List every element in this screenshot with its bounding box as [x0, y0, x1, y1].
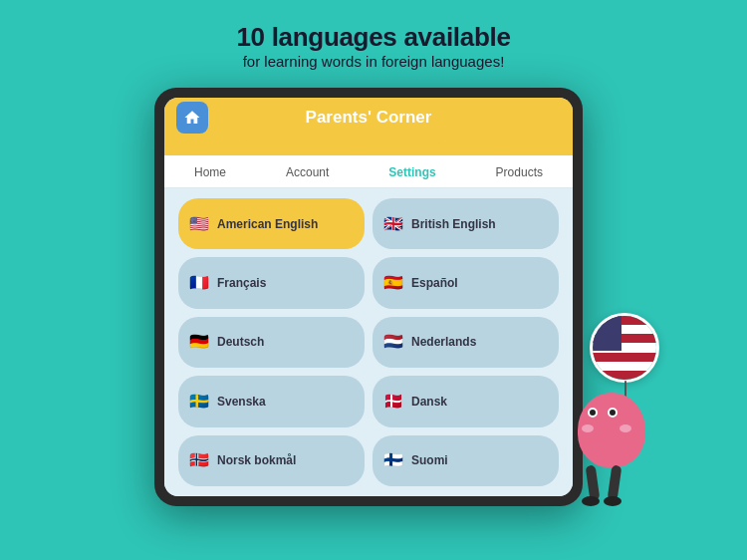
- language-grid: 🇺🇸American English🇬🇧British English🇫🇷Fra…: [164, 188, 573, 496]
- foot-left: [582, 496, 600, 506]
- page-header: 10 languages available for learning word…: [0, 0, 747, 80]
- top-bar: Parents' Corner: [164, 98, 573, 155]
- flag-icon-7: 🇩🇰: [382, 391, 404, 413]
- tablet-screen: Parents' Corner Home Account Settings Pr…: [164, 98, 573, 496]
- header-subtitle: for learning words in foreign languages!: [0, 53, 747, 70]
- flag-icon-6: 🇸🇪: [188, 391, 210, 413]
- lang-label-5: Nederlands: [411, 335, 476, 349]
- parents-corner-title: Parents' Corner: [306, 108, 432, 128]
- us-flag-balloon: [590, 313, 659, 383]
- leg-right: [608, 464, 622, 500]
- flag-icon-3: 🇪🇸: [382, 272, 404, 294]
- tab-account[interactable]: Account: [278, 163, 337, 181]
- cheek-right: [620, 424, 631, 432]
- lang-label-1: British English: [411, 217, 496, 231]
- flag-icon-1: 🇬🇧: [382, 213, 404, 235]
- lang-label-0: American English: [217, 217, 318, 231]
- flag-icon-5: 🇳🇱: [382, 331, 404, 353]
- flag-icon-4: 🇩🇪: [188, 331, 210, 353]
- flag-icon-9: 🇫🇮: [382, 449, 404, 471]
- character: [560, 313, 669, 512]
- leg-left: [586, 464, 601, 500]
- tablet-frame: Parents' Corner Home Account Settings Pr…: [154, 88, 583, 506]
- lang-label-9: Suomi: [411, 453, 448, 467]
- wavy-decoration: [176, 135, 561, 151]
- lang-label-2: Français: [217, 276, 266, 290]
- tab-home[interactable]: Home: [186, 163, 234, 181]
- home-icon: [183, 109, 201, 127]
- flag-icon-8: 🇳🇴: [188, 449, 210, 471]
- eye-left: [588, 408, 598, 418]
- flag-icon-2: 🇫🇷: [188, 272, 210, 294]
- lang-label-3: Español: [411, 276, 458, 290]
- lang-btn-nederlands[interactable]: 🇳🇱Nederlands: [373, 317, 559, 368]
- lang-label-4: Deutsch: [217, 335, 264, 349]
- header-title: 10 languages available: [0, 22, 747, 53]
- lang-label-6: Svenska: [217, 395, 266, 409]
- lang-btn-svenska[interactable]: 🇸🇪Svenska: [178, 376, 365, 426]
- flag-icon-0: 🇺🇸: [188, 213, 210, 235]
- character-eyes: [588, 408, 618, 418]
- lang-label-8: Norsk bokmål: [217, 453, 296, 467]
- lang-label-7: Dansk: [411, 395, 447, 409]
- lang-btn-british-english[interactable]: 🇬🇧British English: [373, 198, 559, 249]
- lang-btn-español[interactable]: 🇪🇸Español: [373, 257, 559, 308]
- tab-products[interactable]: Products: [488, 163, 551, 181]
- nav-tabs: Home Account Settings Products: [164, 155, 573, 188]
- cheek-left: [582, 424, 594, 432]
- lang-btn-dansk[interactable]: 🇩🇰Dansk: [373, 376, 559, 426]
- lang-btn-suomi[interactable]: 🇫🇮Suomi: [373, 435, 559, 486]
- lang-btn-deutsch[interactable]: 🇩🇪Deutsch: [178, 317, 365, 368]
- lang-btn-american-english[interactable]: 🇺🇸American English: [178, 198, 365, 249]
- lang-btn-français[interactable]: 🇫🇷Français: [178, 257, 365, 308]
- eye-right: [608, 408, 618, 418]
- tab-settings[interactable]: Settings: [380, 163, 443, 181]
- foot-right: [604, 496, 622, 506]
- lang-btn-norsk-bokmål[interactable]: 🇳🇴Norsk bokmål: [178, 435, 365, 486]
- home-button[interactable]: [176, 102, 208, 134]
